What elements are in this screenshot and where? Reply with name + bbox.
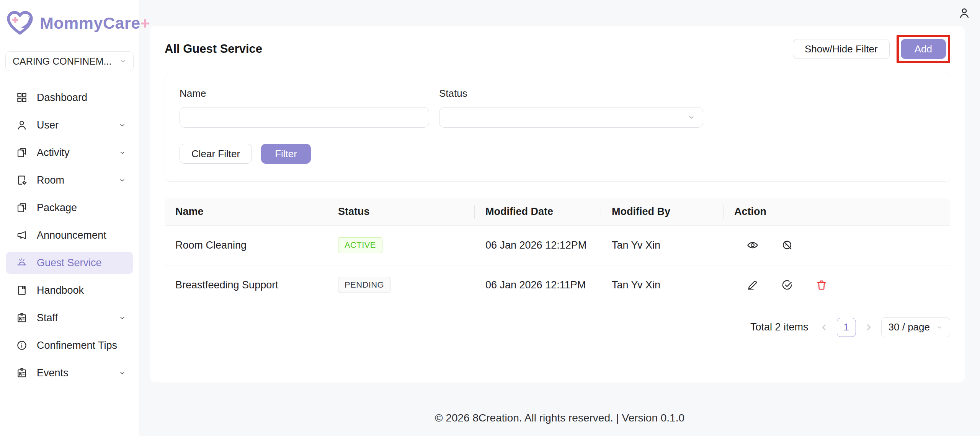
chevron-down-icon [119,177,126,184]
sidebar-item-label: Announcement [37,229,106,241]
sidebar-item-label: Package [37,202,77,214]
status-filter-select[interactable] [439,107,703,128]
page-size-select[interactable]: 30 / page [881,317,950,337]
eye-off-icon[interactable] [781,239,793,251]
row-actions [734,239,950,251]
header-actions: Show/Hide Filter Add [793,35,950,63]
status-badge: ACTIVE [338,237,382,253]
person-icon[interactable] [958,7,971,20]
row-actions [734,279,950,291]
heart-hand-cross-logo-icon [5,10,34,36]
cell-name: Breastfeeding Support [165,265,327,305]
pagination-page-1[interactable]: 1 [837,318,856,337]
sidebar-item-confinement-tips[interactable]: Confinement Tips [6,334,133,356]
content-card: All Guest Service Show/Hide Filter Add N… [150,26,965,382]
sidebar-item-label: Guest Service [37,257,102,269]
store-selector-value: CARING CONFINEM... [13,56,111,67]
table-row: Room Cleaning ACTIVE 06 Jan 2026 12:12PM… [165,225,950,265]
sidebar-item-label: User [37,119,59,131]
id-badge-icon [16,367,28,379]
cell-modified-date: 06 Jan 2026 12:11PM [475,265,601,305]
clear-filter-button[interactable]: Clear Filter [180,144,252,164]
chevron-down-icon [119,122,126,129]
sidebar-item-label: Handbook [37,285,84,296]
book-icon [16,285,28,296]
sidebar: MommyCare+ CARING CONFINEM... Dashboard … [0,0,139,436]
sidebar-item-events[interactable]: Events [6,362,133,384]
sidebar-item-label: Activity [37,147,70,159]
table-header-row: Name Status Modified Date Modified By Ac… [165,198,950,225]
page-header: All Guest Service Show/Hide Filter Add [165,37,950,61]
name-filter-label: Name [180,88,429,99]
file-gear-icon [16,174,28,186]
app-root: MommyCare+ CARING CONFINEM... Dashboard … [0,0,980,436]
sidebar-item-staff[interactable]: Staff [6,307,133,329]
cell-modified-by: Tan Yv Xin [601,225,724,265]
sidebar-item-guest-service[interactable]: Guest Service [6,252,133,274]
name-filter-input[interactable] [180,107,429,128]
clipboard-icon [16,202,28,213]
filter-fields: Name Status [180,88,935,128]
column-header-status: Status [327,198,475,225]
chevron-down-icon [119,314,126,322]
sidebar-item-dashboard[interactable]: Dashboard [6,86,133,109]
clipboard-icon [16,147,28,158]
status-badge: PENDING [338,277,390,293]
chevron-down-icon [119,149,126,156]
edit-icon[interactable] [746,279,759,291]
filter-buttons: Clear Filter Filter [180,144,935,164]
check-circle-icon[interactable] [781,279,793,291]
brand-name: MommyCare+ [40,14,150,33]
sidebar-item-announcement[interactable]: Announcement [6,224,133,246]
pagination: Total 2 items 1 30 / page [165,317,950,337]
status-filter-label: Status [439,88,703,99]
cell-name: Room Cleaning [165,225,327,265]
guest-service-table: Name Status Modified Date Modified By Ac… [165,198,950,305]
cell-modified-date: 06 Jan 2026 12:12PM [475,225,601,265]
sidebar-item-label: Staff [37,312,58,324]
sidebar-item-room[interactable]: Room [6,169,133,191]
page-title: All Guest Service [165,42,262,56]
dashboard-icon [16,92,28,103]
info-circle-icon [16,340,28,351]
table-row: Breastfeeding Support PENDING 06 Jan 202… [165,265,950,305]
topbar [139,0,980,26]
sidebar-item-package[interactable]: Package [6,197,133,219]
sidebar-item-label: Dashboard [37,92,87,104]
sidebar-item-label: Events [37,367,69,379]
column-header-action: Action [724,198,950,225]
sidebar-item-label: Confinement Tips [37,340,117,351]
trash-icon[interactable] [815,279,828,291]
page-size-value: 30 / page [889,321,930,333]
megaphone-icon [16,229,28,241]
sidebar-item-handbook[interactable]: Handbook [6,279,133,301]
chevron-down-icon [688,114,695,121]
name-filter-field: Name [180,88,429,128]
store-selector-dropdown[interactable]: CARING CONFINEM... [5,51,134,71]
column-header-name: Name [165,198,327,225]
chevron-down-icon [119,369,126,377]
filter-panel: Name Status Clear Filter [165,73,950,182]
eye-icon[interactable] [746,239,759,251]
footer-text: © 2026 8Creation. All rights reserved. |… [435,412,684,424]
cell-modified-by: Tan Yv Xin [601,265,724,305]
sidebar-menu: Dashboard User Activity [5,86,134,384]
pagination-total: Total 2 items [750,321,808,333]
alert-icon [16,257,28,268]
column-header-modified-by: Modified By [601,198,724,225]
page-footer: © 2026 8Creation. All rights reserved. |… [139,382,980,436]
main-area: All Guest Service Show/Hide Filter Add N… [139,0,980,436]
add-button[interactable]: Add [901,39,946,59]
filter-button[interactable]: Filter [261,144,311,164]
chevron-right-icon[interactable] [864,322,874,332]
chevron-down-icon [936,324,943,331]
sidebar-item-activity[interactable]: Activity [6,142,133,164]
user-icon [16,119,28,131]
chevron-down-icon [119,57,127,65]
show-hide-filter-button[interactable]: Show/Hide Filter [793,39,890,59]
chevron-left-icon[interactable] [819,322,829,332]
sidebar-item-label: Room [37,174,64,186]
add-button-highlight-box: Add [897,35,950,63]
sidebar-item-user[interactable]: User [6,114,133,136]
brand-logo: MommyCare+ [5,4,134,39]
